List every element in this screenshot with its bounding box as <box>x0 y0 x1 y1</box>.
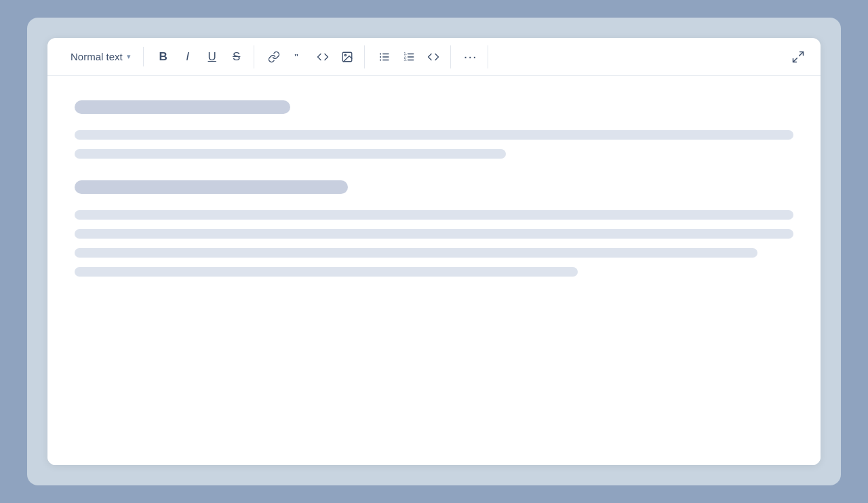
ordered-list-button[interactable]: 1. 2. 3. <box>397 45 420 68</box>
svg-text:3.: 3. <box>403 58 406 62</box>
italic-button[interactable]: I <box>176 45 199 68</box>
skeleton-line <box>75 248 757 258</box>
skeleton-line <box>75 130 793 140</box>
skeleton-line <box>75 229 793 239</box>
editor-content[interactable] <box>47 76 821 465</box>
outer-container: Normal text ▾ B I U S <box>27 18 841 485</box>
fullscreen-icon <box>791 50 805 64</box>
svg-text:": " <box>294 51 299 61</box>
skeleton-line <box>75 267 578 277</box>
chevron-down-icon: ▾ <box>127 52 131 61</box>
blockquote-button[interactable]: " <box>287 45 310 68</box>
ordered-list-icon: 1. 2. 3. <box>403 51 415 63</box>
svg-line-16 <box>793 58 797 62</box>
skeleton-heading-1 <box>75 100 290 114</box>
more-button[interactable]: ··· <box>459 45 482 68</box>
text-style-label: Normal text <box>71 51 123 62</box>
skeleton-heading-2 <box>75 180 348 194</box>
bold-button[interactable]: B <box>152 45 175 68</box>
toolbar: Normal text ▾ B I U S <box>47 38 821 76</box>
strikethrough-button[interactable]: S <box>225 45 248 68</box>
svg-point-6 <box>380 53 381 54</box>
skeleton-line <box>75 210 793 220</box>
inline-code-button[interactable] <box>311 45 334 68</box>
bullet-list-icon <box>378 51 391 63</box>
text-style-group: Normal text ▾ <box>58 47 144 66</box>
code-block-icon <box>427 51 439 63</box>
svg-point-8 <box>380 59 381 60</box>
code-block-button[interactable] <box>422 45 445 68</box>
bullet-list-button[interactable] <box>373 45 396 68</box>
list-group: 1. 2. 3. <box>368 45 451 68</box>
image-button[interactable] <box>336 45 359 68</box>
underline-button[interactable]: U <box>201 45 224 68</box>
formatting-group: B I U S <box>146 45 254 68</box>
more-group: ··· <box>454 45 488 68</box>
insert-group: " <box>257 45 365 68</box>
link-button[interactable] <box>262 45 285 68</box>
svg-point-7 <box>380 56 381 57</box>
editor-card: Normal text ▾ B I U S <box>47 38 821 465</box>
code-inline-icon <box>317 51 329 63</box>
link-icon <box>268 51 280 63</box>
fullscreen-button[interactable] <box>787 45 810 68</box>
image-icon <box>341 51 353 63</box>
skeleton-line <box>75 149 506 159</box>
svg-point-2 <box>344 54 346 56</box>
quote-icon: " <box>292 51 304 63</box>
text-style-dropdown[interactable]: Normal text ▾ <box>64 47 138 66</box>
svg-line-15 <box>800 52 804 56</box>
